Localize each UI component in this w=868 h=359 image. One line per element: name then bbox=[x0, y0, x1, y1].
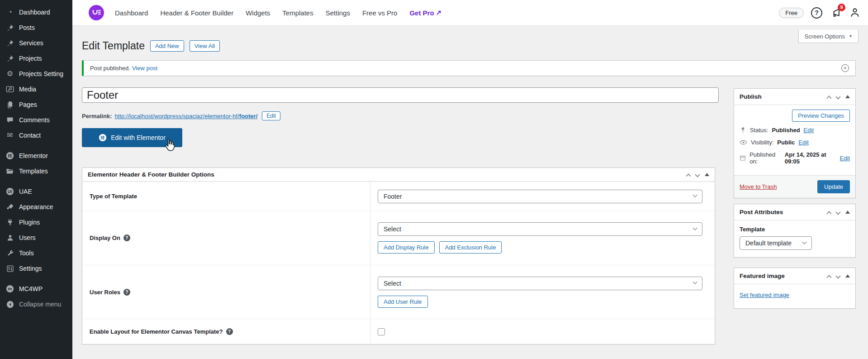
sidebar-item-services[interactable]: Services bbox=[0, 35, 72, 51]
help-icon[interactable]: ? bbox=[123, 289, 130, 296]
toggle-panel-icon[interactable] bbox=[845, 95, 850, 98]
published-value: Apr 14, 2025 at 09:05 bbox=[785, 151, 836, 165]
edit-with-elementor-button[interactable]: Edit with Elementor bbox=[82, 128, 182, 147]
top-nav-templates[interactable]: Templates bbox=[282, 9, 313, 17]
plugin-top-bar: Dashboard Header & Footer Builder Widget… bbox=[72, 0, 868, 25]
view-post-link[interactable]: View post bbox=[132, 65, 157, 72]
get-pro-link[interactable]: Get Pro ↗ bbox=[409, 9, 441, 17]
post-attributes-box: Post Attributes Template Default templat… bbox=[734, 204, 856, 258]
external-link-icon: ↗ bbox=[436, 9, 442, 17]
pin-icon bbox=[5, 38, 14, 48]
post-title-input[interactable] bbox=[82, 87, 719, 103]
sidebar-item-users[interactable]: Users bbox=[0, 230, 72, 245]
move-up-icon[interactable] bbox=[686, 173, 691, 178]
sidebar-item-comments[interactable]: Comments bbox=[0, 112, 72, 128]
row-display-on: Display On ? Select Add Display Rule Add… bbox=[82, 211, 715, 265]
publish-actions: Move to Trash Update bbox=[734, 175, 855, 198]
sidebar-item-appearance[interactable]: Appearance bbox=[0, 199, 72, 215]
add-user-rule-button[interactable]: Add User Rule bbox=[378, 296, 428, 308]
display-on-select[interactable]: Select bbox=[378, 222, 702, 236]
add-display-rule-button[interactable]: Add Display Rule bbox=[378, 241, 435, 254]
sidebar-item-contact[interactable]: ✉ Contact bbox=[0, 128, 72, 143]
elementor-icon bbox=[5, 151, 14, 160]
chevron-down-icon: ▼ bbox=[849, 34, 853, 38]
edit-status-link[interactable]: Edit bbox=[804, 127, 814, 134]
sidebar-item-projects-setting[interactable]: ⚙ Projects Setting bbox=[0, 66, 72, 81]
sidebar-item-mc4wp[interactable]: m MC4WP bbox=[0, 281, 72, 297]
folder-icon bbox=[5, 167, 14, 176]
sidebar-item-templates[interactable]: Templates bbox=[0, 163, 72, 179]
dismiss-notice-icon[interactable]: × bbox=[841, 64, 849, 72]
row-canvas-template: Enable Layout for Elementor Canvas Templ… bbox=[82, 319, 715, 344]
visibility-value: Public bbox=[777, 139, 795, 146]
pages-icon bbox=[5, 100, 14, 109]
sidebar-separator bbox=[0, 143, 72, 148]
sidebar-item-elementor[interactable]: Elementor bbox=[0, 148, 72, 163]
help-icon[interactable]: ? bbox=[811, 7, 822, 19]
move-to-trash-link[interactable]: Move to Trash bbox=[740, 183, 777, 190]
page-title-row: Edit Template Add New View All bbox=[82, 40, 220, 52]
help-icon[interactable]: ? bbox=[123, 235, 130, 241]
sidebar-item-media[interactable]: Media bbox=[0, 81, 72, 97]
edit-published-link[interactable]: Edit bbox=[840, 155, 850, 162]
sidebar-item-pages[interactable]: Pages bbox=[0, 97, 72, 112]
update-button[interactable]: Update bbox=[817, 180, 850, 193]
collapse-icon bbox=[5, 300, 14, 309]
sidebar-item-plugins[interactable]: Plugins bbox=[0, 215, 72, 230]
preview-changes-button[interactable]: Preview Changes bbox=[792, 110, 850, 122]
plug-icon bbox=[5, 218, 14, 227]
top-nav-dashboard[interactable]: Dashboard bbox=[115, 9, 148, 17]
top-nav-widgets[interactable]: Widgets bbox=[246, 9, 270, 17]
account-icon[interactable] bbox=[849, 7, 861, 19]
move-down-icon[interactable] bbox=[835, 94, 840, 99]
user-roles-select[interactable]: Select bbox=[378, 277, 702, 290]
row-user-roles: User Roles ? Select Add User Rule bbox=[82, 265, 715, 319]
media-icon bbox=[5, 85, 14, 94]
edit-permalink-button[interactable]: Edit bbox=[262, 111, 280, 120]
sidebar-item-posts[interactable]: Posts bbox=[0, 20, 72, 35]
type-of-template-select[interactable]: Footer bbox=[378, 190, 702, 203]
move-up-icon[interactable] bbox=[826, 96, 831, 101]
move-up-icon[interactable] bbox=[826, 275, 831, 280]
top-nav-header-footer-builder[interactable]: Header & Footer Builder bbox=[160, 9, 233, 17]
move-down-icon[interactable] bbox=[835, 273, 840, 278]
publish-box: Publish Preview Changes Status: Publishe… bbox=[734, 88, 856, 198]
sidebar-item-uae[interactable]: UAE bbox=[0, 184, 72, 199]
move-up-icon[interactable] bbox=[826, 211, 831, 216]
metabox-header: Elementor Header & Footer Builder Option… bbox=[82, 168, 715, 182]
notification-count-badge: 9 bbox=[838, 4, 845, 11]
move-down-icon[interactable] bbox=[835, 210, 840, 215]
canvas-template-checkbox[interactable] bbox=[378, 328, 385, 335]
toggle-panel-icon[interactable] bbox=[845, 211, 850, 214]
admin-sidebar: ◔ Dashboard Posts Services Projects ⚙ Pr… bbox=[0, 0, 72, 359]
field-label: Display On bbox=[90, 235, 120, 241]
move-down-icon[interactable] bbox=[695, 172, 700, 177]
pin-icon bbox=[5, 23, 14, 32]
sidebar-item-projects[interactable]: Projects bbox=[0, 51, 72, 66]
top-nav-free-vs-pro[interactable]: Free vs Pro bbox=[362, 9, 398, 17]
add-new-button[interactable]: Add New bbox=[150, 40, 184, 52]
sidebar-item-settings[interactable]: Settings bbox=[0, 261, 72, 276]
set-featured-image-link[interactable]: Set featured image bbox=[740, 292, 789, 298]
announcements-button[interactable]: 9 bbox=[830, 7, 842, 19]
sidebar-item-collapse-menu[interactable]: Collapse menu bbox=[0, 297, 72, 312]
metabox-title: Elementor Header & Footer Builder Option… bbox=[88, 171, 214, 178]
top-nav-settings[interactable]: Settings bbox=[326, 9, 350, 17]
sidebar-item-tools[interactable]: Tools bbox=[0, 245, 72, 261]
toggle-panel-icon[interactable] bbox=[845, 274, 850, 278]
help-icon[interactable]: ? bbox=[226, 328, 233, 335]
permalink-link[interactable]: http://localhost/wordpress/spaciaz/eleme… bbox=[114, 113, 257, 120]
toggle-panel-icon[interactable] bbox=[705, 173, 709, 176]
view-all-button[interactable]: View All bbox=[190, 40, 220, 52]
add-exclusion-rule-button[interactable]: Add Exclusion Rule bbox=[439, 241, 502, 254]
sidebar-item-dashboard[interactable]: ◔ Dashboard bbox=[0, 5, 72, 20]
svg-text:m: m bbox=[8, 286, 12, 291]
field-label: Type of Template bbox=[90, 193, 137, 200]
visibility-row: Visibility: Public Edit bbox=[740, 139, 850, 146]
page-template-select[interactable]: Default template bbox=[740, 236, 812, 250]
edit-visibility-link[interactable]: Edit bbox=[798, 139, 808, 146]
screen-options-button[interactable]: Screen Options ▼ bbox=[798, 30, 859, 43]
eye-icon bbox=[740, 139, 747, 146]
chevron-down-icon bbox=[693, 280, 697, 284]
permalink-label: Permalink: bbox=[82, 113, 112, 120]
